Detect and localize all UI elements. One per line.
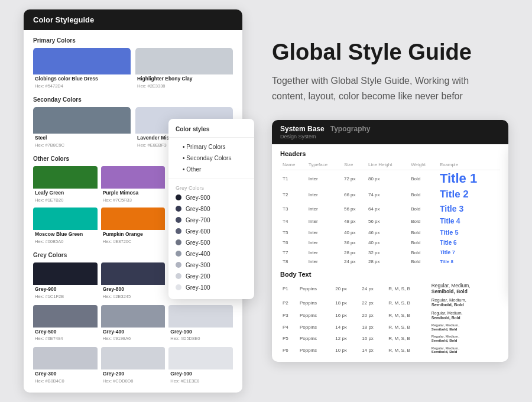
primary-swatch-label-1: Highlighter Ebony Clay Hex: #2E3338 (135, 74, 233, 90)
header-row: T7 Inter 28 px 32 px Bold Title 7 (280, 248, 500, 257)
header-row: T2 Inter 66 px 74 px Bold Title 2 (280, 187, 500, 202)
other-swatch-0: Leafy Green Hex: #1E7B20 (33, 166, 98, 205)
card-header: Color Styleguide (24, 9, 242, 30)
grey-800-label: Grey-800 (186, 206, 210, 212)
col-weight: Weight (408, 161, 437, 170)
dropdown-secondary-text: • Seconday Colors (183, 155, 231, 161)
primary-swatch-block-0 (33, 48, 131, 74)
grey-swatch-100a: Grey-100Hex: #D5D8E0 (168, 305, 233, 343)
grey-block-500 (33, 305, 98, 328)
typo-body: Headers Name Typeface Size Line Height W… (272, 144, 508, 361)
col-name: Name (280, 161, 306, 170)
body-text-section-title: Body Text (280, 271, 500, 278)
body-text-row: P5 Poppins 12 px 16 px R, M, S, B Regula… (280, 333, 500, 344)
header-row: T3 Inter 56 px 64 px Bold Title 3 (280, 202, 500, 215)
grey-400-dot (176, 251, 181, 257)
col-example: Example (437, 161, 500, 170)
dropdown-primary-item[interactable]: • Primary Colors (176, 141, 247, 153)
grey-block-800 (101, 262, 166, 285)
grey-block-900 (33, 262, 98, 285)
dropdown-title: Color styles (168, 125, 254, 138)
dropdown-grey-600[interactable]: Grey-600 (168, 226, 254, 237)
grey-200-dot (176, 273, 181, 279)
other-swatch-3: Moscow Blue Green Hex: #00B5A0 (33, 208, 98, 246)
typo-header: System Base Typography Design System (272, 120, 508, 144)
other-swatch-block-4 (101, 208, 166, 230)
page-description: Together with Global Style Guide, Workin… (272, 73, 473, 103)
primary-swatch-label-0: Globings color Blue Dress Hex: #5472D4 (33, 74, 131, 90)
other-swatch-block-3 (33, 208, 98, 230)
body-text-table: P1 Poppins 20 px 24 px R, M, S, B Regula… (280, 281, 500, 355)
grey-swatch-200: Grey-200Hex: #CDD0D8 (101, 347, 166, 385)
left-panel: Color Styleguide Primary Colors Globings… (24, 9, 242, 393)
other-swatch-label-0: Leafy Green Hex: #1E7B20 (33, 189, 98, 205)
headers-section-title: Headers (280, 150, 500, 157)
dropdown-grey-400[interactable]: Grey-400 (168, 248, 254, 260)
dropdown-primary-label: • Primary Colors • Seconday Colors • Oth… (168, 138, 254, 176)
other-swatch-block-0 (33, 166, 98, 189)
right-panel: Global Style Guide Together with Global … (272, 40, 508, 361)
grey-block-100b (168, 347, 233, 369)
other-swatch-4: Pumpkin Orange Hex: #E8720C (101, 208, 166, 246)
typography-card: System Base Typography Design System Hea… (272, 120, 508, 361)
col-size: Size (342, 161, 366, 170)
primary-color-row: Globings color Blue Dress Hex: #5472D4 H… (33, 48, 233, 90)
secondary-swatch-0: Steel Hex: #7B8C9C (33, 107, 131, 150)
body-text-row: P1 Poppins 20 px 24 px R, M, S, B Regula… (280, 281, 500, 296)
secondary-swatch-block-0 (33, 107, 131, 134)
header-row: T1 Inter 72 px 80 px Bold Title 1 (280, 170, 500, 187)
secondary-swatch-label-0: Steel Hex: #7B8C9C (33, 134, 131, 150)
other-swatch-1: Purple Mimosa Hex: #7C5FB3 (101, 166, 166, 205)
dropdown-grey-800[interactable]: Grey-800 (168, 203, 254, 215)
grey-swatch-100b: Grey-100Hex: #E1E3E8 (168, 347, 233, 385)
grey-800-dot (176, 206, 181, 212)
dropdown-other-text: • Other (183, 166, 201, 173)
primary-swatch-1: Highlighter Ebony Clay Hex: #2E3338 (135, 48, 233, 90)
grey-600-dot (176, 228, 181, 234)
grey-swatch-500: Grey-500Hex: #6E7484 (33, 305, 98, 343)
grey-block-200 (101, 347, 166, 369)
secondary-section-title: Seconday Colors (33, 96, 233, 103)
grey-900-label: Grey-900 (186, 194, 210, 201)
header-row: T8 Inter 24 px 28 px Bold Title 8 (280, 257, 500, 266)
dropdown-other-item[interactable]: • Other (176, 164, 247, 175)
tab-system-base[interactable]: System Base (280, 125, 325, 133)
headers-table: Name Typeface Size Line Height Weight Ex… (280, 161, 500, 266)
grey-700-label: Grey-700 (186, 217, 210, 223)
dropdown-grey-700[interactable]: Grey-700 (168, 215, 254, 226)
dropdown-grey-500[interactable]: Grey-500 (168, 237, 254, 248)
grey-600-label: Grey-600 (186, 228, 210, 235)
grey-swatch-900: Grey-900Hex: #1C1F2E (33, 262, 98, 301)
grey-300-label: Grey-300 (186, 262, 210, 268)
dropdown-grey-label: Grey Colors (168, 181, 254, 192)
grey-200-label: Grey-200 (186, 273, 210, 280)
dropdown-grey-200[interactable]: Grey-200 (168, 271, 254, 282)
grey-900-dot (176, 194, 181, 200)
dropdown-grey-300[interactable]: Grey-300 (168, 260, 254, 271)
primary-swatch-block-1 (135, 48, 233, 74)
color-styles-dropdown[interactable]: Color styles • Primary Colors • Seconday… (168, 119, 254, 299)
grey-700-dot (176, 217, 181, 223)
grey-block-100a (168, 305, 233, 328)
grey-300-dot (176, 262, 181, 268)
card-title: Color Styleguide (33, 15, 94, 24)
other-swatch-label-3: Moscow Blue Green Hex: #00B5A0 (33, 230, 98, 246)
other-swatch-block-1 (101, 166, 166, 189)
body-text-row: P2 Poppins 18 px 22 px R, M, S, B Regula… (280, 296, 500, 310)
col-typeface: Typeface (306, 161, 342, 170)
dropdown-secondary-item[interactable]: • Seconday Colors (176, 153, 247, 164)
grey-100-label: Grey-100 (186, 284, 210, 291)
dropdown-primary-text: • Primary Colors (183, 144, 225, 150)
grey-400-label: Grey-400 (186, 251, 210, 257)
header-row: T4 Inter 48 px 56 px Bold Title 4 (280, 215, 500, 227)
grey-block-400 (101, 305, 166, 328)
body-text-row: P6 Poppins 10 px 14 px R, M, S, B Regula… (280, 345, 500, 356)
dropdown-grey-900[interactable]: Grey-900 (168, 192, 254, 203)
page-title: Global Style Guide (272, 40, 472, 65)
tab-typography[interactable]: Typography (330, 125, 371, 133)
dropdown-grey-100[interactable]: Grey-100 (168, 282, 254, 293)
grey-100-dot (176, 284, 181, 290)
col-lineheight: Line Height (366, 161, 408, 170)
header-row: T5 Inter 40 px 46 px Bold Title 5 (280, 227, 500, 238)
grey-swatch-300: Grey-300Hex: #B0B4C0 (33, 347, 98, 385)
